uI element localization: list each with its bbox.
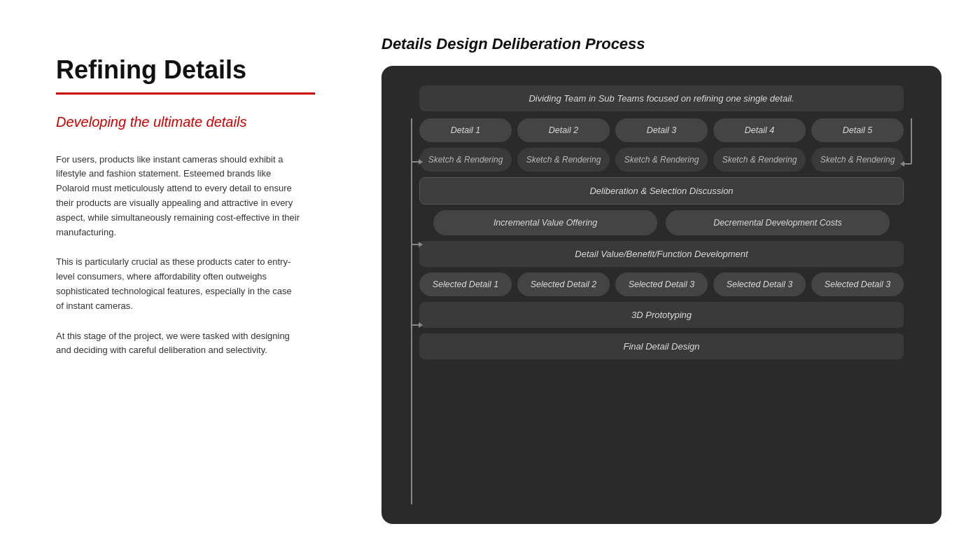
decremental-box: Decremental Development Costs <box>666 210 890 235</box>
detail-1-label: Detail 1 <box>451 125 480 135</box>
selected-2-box: Selected Detail 2 <box>517 272 610 296</box>
sketch-4-label: Sketch & Rendering <box>722 155 797 165</box>
value-dev-row: Detail Value/Benefit/Function Developmen… <box>419 241 904 267</box>
selected-5-box: Selected Detail 3 <box>811 272 904 296</box>
selected-4-box: Selected Detail 3 <box>713 272 806 296</box>
detail-5-label: Detail 5 <box>843 125 872 135</box>
sketch-1-label: Sketch & Rendering <box>428 155 503 165</box>
value-dev-label: Detail Value/Benefit/Function Developmen… <box>575 249 748 259</box>
detail-1-box: Detail 1 <box>419 118 512 142</box>
selected-3-label: Selected Detail 3 <box>629 280 695 289</box>
detail-2-label: Detail 2 <box>549 125 578 135</box>
sketch-4-box: Sketch & Rendering <box>713 148 806 172</box>
left-panel: Refining Details Developing the ultimate… <box>0 0 343 552</box>
page-title: Refining Details <box>56 56 301 84</box>
sketch-row: Sketch & Rendering Sketch & Rendering Sk… <box>419 148 904 172</box>
prototyping-box: 3D Prototyping <box>419 302 904 328</box>
title-divider <box>56 92 315 95</box>
final-box: Final Detail Design <box>419 333 904 359</box>
incremental-label: Incremental Value Offering <box>493 218 597 228</box>
sketch-3-box: Sketch & Rendering <box>615 148 708 172</box>
detail-2-box: Detail 2 <box>517 118 610 142</box>
dividing-team-label: Dividing Team in Sub Teams focused on re… <box>528 93 794 104</box>
detail-5-box: Detail 5 <box>811 118 904 142</box>
value-row: Incremental Value Offering Decremental D… <box>419 210 904 235</box>
selected-1-box: Selected Detail 1 <box>419 272 512 296</box>
sketch-5-label: Sketch & Rendering <box>820 155 895 165</box>
prototyping-row: 3D Prototyping <box>419 302 904 328</box>
selected-row: Selected Detail 1 Selected Detail 2 Sele… <box>419 272 904 296</box>
body-text-3: At this stage of the project, we were ta… <box>56 329 301 359</box>
deliberation-label: Deliberation & Selection Discussion <box>589 186 733 196</box>
right-panel: Details Design Deliberation Process Divi… <box>343 0 980 552</box>
subtitle: Developing the ultimate details <box>56 114 301 130</box>
selected-5-label: Selected Detail 3 <box>825 280 891 289</box>
value-dev-box: Detail Value/Benefit/Function Developmen… <box>419 241 904 267</box>
diagram-title: Details Design Deliberation Process <box>382 35 941 53</box>
diagram-container: Dividing Team in Sub Teams focused on re… <box>382 66 941 524</box>
connector-svg <box>410 118 420 504</box>
incremental-box: Incremental Value Offering <box>433 210 657 235</box>
sketch-2-label: Sketch & Rendering <box>526 155 601 165</box>
right-connector-svg <box>903 118 913 164</box>
deliberation-row: Deliberation & Selection Discussion <box>419 177 904 205</box>
sketch-2-box: Sketch & Rendering <box>517 148 610 172</box>
detail-4-label: Detail 4 <box>745 125 774 135</box>
dividing-team-box: Dividing Team in Sub Teams focused on re… <box>419 85 904 111</box>
sketch-5-box: Sketch & Rendering <box>811 148 904 172</box>
detail-4-box: Detail 4 <box>713 118 806 142</box>
body-text-2: This is particularly crucial as these pr… <box>56 255 301 313</box>
sketch-3-label: Sketch & Rendering <box>624 155 699 165</box>
final-label: Final Detail Design <box>623 341 699 352</box>
selected-2-label: Selected Detail 2 <box>531 280 597 289</box>
detail-3-box: Detail 3 <box>615 118 708 142</box>
prototyping-label: 3D Prototyping <box>631 310 692 320</box>
selected-1-label: Selected Detail 1 <box>433 280 499 289</box>
selected-3-box: Selected Detail 3 <box>615 272 708 296</box>
decremental-label: Decremental Development Costs <box>713 218 841 228</box>
selected-4-label: Selected Detail 3 <box>727 280 793 289</box>
deliberation-box: Deliberation & Selection Discussion <box>419 177 904 205</box>
sketch-1-box: Sketch & Rendering <box>419 148 512 172</box>
detail-3-label: Detail 3 <box>647 125 676 135</box>
final-row: Final Detail Design <box>419 333 904 359</box>
body-text-1: For users, products like instant cameras… <box>56 153 301 240</box>
details-row: Detail 1 Detail 2 Detail 3 Detail 4 Deta… <box>419 118 904 142</box>
